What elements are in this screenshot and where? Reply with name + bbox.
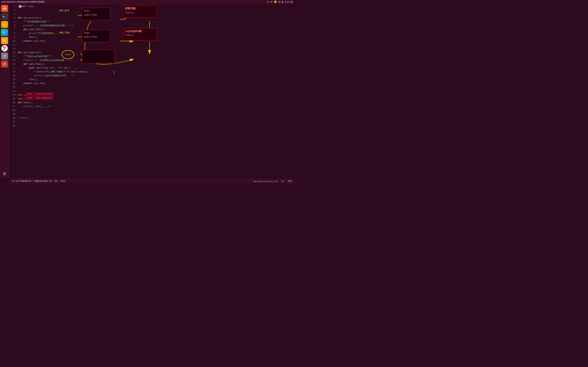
code-line-30: # test() — [18, 116, 293, 120]
code-line-16: def call_func(): — [18, 62, 293, 66]
skype-icon: S — [267, 0, 269, 3]
box3-line2: call_func — [84, 35, 108, 39]
code-line-14: """添加log日志的功能""" — [18, 55, 293, 58]
code-line-5: """添加权限验证功能""" — [18, 20, 293, 24]
test-circle-label: test — [65, 53, 71, 56]
box4-line1: log日志的功能 — [125, 29, 155, 33]
code-line-24: @set_pri — [18, 93, 293, 97]
sidebar-item-terminal[interactable]: ▶_ — [1, 13, 8, 20]
code-line-17: with open("log.txt", "a") as f: — [18, 66, 293, 70]
dot-marker — [75, 68, 76, 69]
code-line-25: @set_log — [18, 97, 293, 101]
cursor-ibeam: I — [113, 70, 114, 74]
battery-icon: ▮ — [282, 1, 283, 3]
svg-point-3 — [5, 9, 6, 10]
diagram-box-log: log日志的功能 func() — [123, 28, 157, 41]
editor-area: 12345 678910 1112131415 1617181920 21222… — [9, 4, 294, 179]
sidebar: ▶_ PC S — [0, 4, 9, 179]
svg-point-2 — [4, 7, 5, 8]
sidebar-item-ubuntu[interactable] — [1, 5, 8, 12]
box1-line2: call_func — [84, 13, 108, 17]
code-line-22 — [18, 85, 293, 89]
status-filename: "12-多个装饰器对同一个函数进行装饰.py" 32L, 613C — [11, 180, 66, 183]
diagram-box-empty — [82, 50, 115, 64]
sidebar-item-chrome[interactable] — [1, 45, 8, 51]
code-area[interactable]: 12345 678910 1112131415 1617181920 21222… — [9, 4, 294, 179]
box2-line2: func() — [125, 11, 155, 15]
svg-point-10 — [4, 48, 5, 49]
wifi-icon: 📶 — [274, 1, 277, 3]
box4-line2: func() — [125, 33, 155, 37]
code-line-29 — [18, 112, 293, 116]
sidebar-item-notes[interactable] — [1, 60, 8, 67]
box1-line1: func — [84, 9, 108, 13]
test-circle: test — [62, 50, 74, 59]
code-line-12 — [18, 47, 293, 51]
window-title: python@ubuntu: ~/Desktop/python06期/19-装饰… — [1, 0, 44, 3]
line-numbers: 12345 678910 1112131415 1617181920 21222… — [9, 4, 17, 179]
code-line-23 — [18, 89, 293, 93]
code-line-31 — [18, 120, 293, 124]
sidebar-item-files[interactable] — [1, 21, 8, 28]
code-line-15: print("-----正在装饰log日志的功能----") — [18, 58, 293, 62]
tilde-lines: ~~~~~ — [18, 128, 293, 147]
time-display: 11:44 — [284, 1, 289, 3]
sidebar-item-settings[interactable] — [1, 52, 8, 59]
status-right: http://blog.csdn.net/sunt_k18 1,1 全部 — [253, 180, 292, 183]
status-section: 全部 — [288, 180, 292, 183]
code-line-26: def test(): — [18, 101, 293, 105]
box3-line1: func — [84, 31, 108, 35]
code-line-13: def set_log(func): — [18, 51, 293, 55]
diagram-box-set-log: func call_func — [82, 30, 110, 42]
annotation-set-log: test = set_log(test) — [26, 96, 54, 100]
sidebar-item-trash[interactable] — [1, 170, 8, 177]
code-line-21: return call_func — [18, 82, 293, 85]
status-url: http://blog.csdn.net/sunt_k18 — [253, 180, 278, 182]
title-bar: python@ubuntu: ~/Desktop/python06期/19-装饰… — [0, 0, 294, 4]
code-line-11 — [18, 43, 293, 47]
svg-point-4 — [3, 9, 4, 10]
sidebar-item-sublime[interactable]: S — [1, 37, 8, 44]
annotation-set-pri: test = set_pri(test) — [26, 92, 54, 96]
set-pri-label: set_pri — [59, 9, 69, 12]
svg-point-11 — [4, 55, 5, 57]
code-line-28 — [18, 108, 293, 112]
title-bar-right: S ⚡ 📶 🔊 ▮ 11:44 ⏻ — [267, 0, 293, 3]
status-bar: "12-多个装饰器对同一个函数进行装饰.py" 32L, 613C http:/… — [9, 179, 294, 184]
diagram-box-quanxian: 权限功能 func() — [123, 5, 157, 18]
code-line-32 — [18, 124, 293, 128]
diagram-box-set-pri: func call_func — [82, 8, 110, 20]
set-log-label: set_log — [59, 31, 69, 34]
code-line-20: func() — [18, 78, 293, 82]
code-line-27: print("__test_____") — [18, 105, 293, 108]
status-position: 1,1 — [281, 180, 284, 183]
svg-rect-7 — [3, 23, 4, 24]
svg-rect-6 — [3, 24, 6, 26]
sidebar-item-pycharm[interactable]: PC — [1, 29, 8, 36]
code-line-18: f.write("%s,调用了函数\n" % time.ctime()) — [18, 70, 293, 74]
box2-line1: 权限功能 — [125, 7, 155, 11]
power-icon: ⏻ — [291, 1, 293, 3]
code-line-6: print("-----正在装饰权限验证的功能----") — [18, 24, 293, 28]
bluetooth-icon: ⚡ — [270, 1, 273, 3]
svg-point-1 — [4, 8, 5, 9]
volume-icon: 🔊 — [278, 1, 281, 3]
code-line-19: print("log日志功能执行完毕....") — [18, 74, 293, 78]
